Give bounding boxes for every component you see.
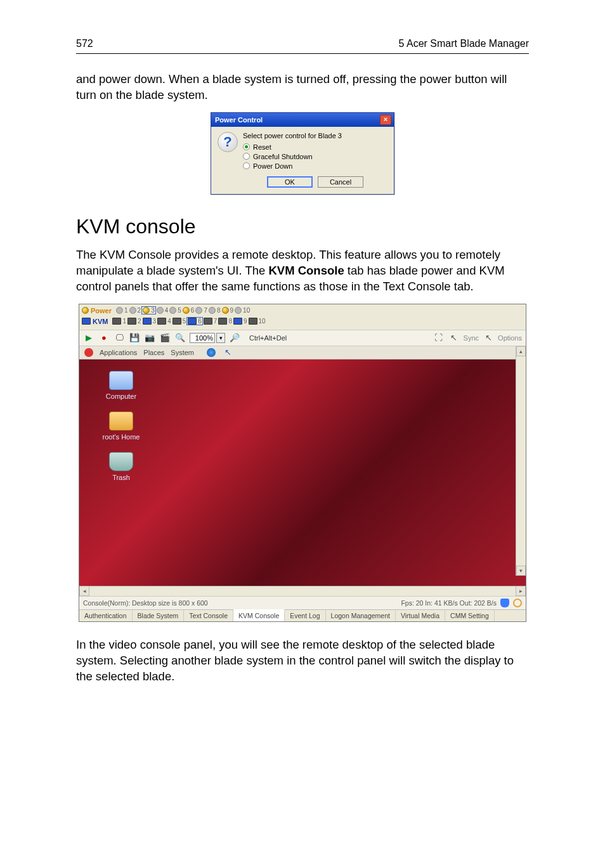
zoom-value[interactable]: 100% bbox=[190, 333, 215, 343]
cursor-icon[interactable]: ↖ bbox=[448, 333, 460, 343]
tab-virtual-media[interactable]: Virtual Media bbox=[396, 610, 445, 621]
monitor-slot-icon bbox=[172, 318, 181, 325]
power-slot-1[interactable]: 1 bbox=[115, 307, 129, 314]
power-slot-4[interactable]: 4 bbox=[156, 307, 169, 314]
power-label: Power bbox=[82, 307, 112, 314]
horizontal-scrollbar[interactable]: ◂ ▸ bbox=[79, 586, 526, 596]
radio-icon[interactable] bbox=[243, 153, 250, 160]
kvm-slot-2[interactable]: 2 bbox=[127, 318, 142, 325]
gnome-foot-icon[interactable] bbox=[84, 348, 93, 357]
desktop-icon-computer[interactable]: Computer bbox=[96, 371, 146, 400]
world-icon[interactable] bbox=[207, 348, 216, 357]
scroll-left-icon[interactable]: ◂ bbox=[79, 586, 89, 596]
desktop-icon-root-s-home[interactable]: root's Home bbox=[96, 411, 146, 441]
power-slot-8[interactable]: 8 bbox=[208, 307, 221, 314]
power-slot-9[interactable]: 9 bbox=[221, 307, 235, 314]
desktop-icon-trash[interactable]: Trash bbox=[96, 452, 146, 481]
user-icon bbox=[500, 599, 509, 607]
scroll-down-icon[interactable]: ▾ bbox=[516, 566, 526, 576]
ctrl-alt-del-button[interactable]: Ctrl+Alt+Del bbox=[244, 333, 292, 343]
kvm-slot-3[interactable]: 3 bbox=[142, 318, 157, 325]
monitor-slot-icon bbox=[157, 318, 166, 325]
radio-option-graceful-shutdown[interactable]: Graceful Shutdown bbox=[243, 153, 387, 160]
scroll-right-icon[interactable]: ▸ bbox=[516, 586, 526, 596]
slot-number: 6 bbox=[191, 307, 195, 314]
power-led-icon bbox=[143, 307, 150, 314]
radio-icon[interactable] bbox=[243, 162, 250, 169]
page-number: 572 bbox=[76, 38, 93, 49]
power-slot-5[interactable]: 5 bbox=[169, 307, 182, 314]
zoom-in-icon[interactable]: 🔍 bbox=[174, 333, 186, 343]
slot-number: 4 bbox=[167, 318, 171, 325]
monitor-icon[interactable]: 🖵 bbox=[114, 333, 125, 343]
ok-button[interactable]: OK bbox=[267, 176, 313, 188]
floppy-icon[interactable]: 💾 bbox=[129, 333, 140, 343]
play-icon[interactable]: ▶ bbox=[83, 333, 94, 343]
cancel-button[interactable]: Cancel bbox=[318, 176, 363, 188]
trash-icon bbox=[109, 452, 133, 471]
remote-desktop-view[interactable]: ApplicationsPlacesSystem ↖ Computerroot'… bbox=[79, 346, 526, 586]
kvm-slot-6[interactable]: 6 bbox=[186, 317, 203, 325]
gnome-menu-system[interactable]: System bbox=[171, 349, 194, 356]
close-icon[interactable]: × bbox=[380, 115, 391, 125]
desktop-icon-label: Trash bbox=[96, 474, 146, 481]
zoom-dropdown-icon[interactable]: ▾ bbox=[216, 333, 225, 343]
kvm-row: KVM 12345678910 bbox=[82, 317, 523, 326]
tab-bar: AuthenticationBlade SystemText ConsoleKV… bbox=[79, 609, 526, 621]
clock-icon bbox=[513, 599, 522, 607]
zoom-out-icon[interactable]: 🔎 bbox=[229, 333, 240, 343]
tab-cmm-setting[interactable]: CMM Setting bbox=[445, 610, 495, 621]
options-label[interactable]: Options bbox=[498, 334, 522, 342]
gnome-menu-places[interactable]: Places bbox=[143, 349, 164, 356]
power-slot-6[interactable]: 6 bbox=[182, 307, 195, 314]
kvm-slot-5[interactable]: 5 bbox=[172, 318, 187, 325]
radio-option-power-down[interactable]: Power Down bbox=[243, 162, 387, 170]
cursor2-icon[interactable]: ↖ bbox=[483, 333, 494, 343]
desktop-icon-label: Computer bbox=[96, 392, 146, 400]
kvm-monitor-icon bbox=[82, 318, 91, 325]
tab-kvm-console[interactable]: KVM Console bbox=[233, 609, 285, 621]
fullscreen-icon[interactable]: ⛶ bbox=[433, 333, 445, 343]
gnome-top-panel[interactable]: ApplicationsPlacesSystem ↖ bbox=[79, 346, 526, 360]
dialog-titlebar[interactable]: Power Control × bbox=[211, 113, 394, 127]
slot-number: 1 bbox=[124, 307, 128, 314]
gnome-menu-applications[interactable]: Applications bbox=[100, 349, 137, 356]
power-led-icon bbox=[129, 307, 136, 314]
tab-authentication[interactable]: Authentication bbox=[79, 610, 133, 621]
kvm-slot-1[interactable]: 1 bbox=[112, 318, 127, 325]
kvm-slot-7[interactable]: 7 bbox=[203, 318, 218, 325]
kvm-slot-8[interactable]: 8 bbox=[218, 318, 233, 325]
dialog-title: Power Control bbox=[215, 116, 263, 124]
section-title: KVM console bbox=[76, 215, 529, 238]
slot-number: 3 bbox=[153, 318, 157, 325]
kvm-slot-9[interactable]: 9 bbox=[233, 318, 248, 325]
slot-number: 4 bbox=[165, 307, 169, 314]
power-row: Power 12345678910 bbox=[82, 306, 523, 315]
kvm-slot-10[interactable]: 10 bbox=[248, 318, 266, 325]
power-slot-2[interactable]: 2 bbox=[129, 307, 142, 314]
power-led-icon bbox=[183, 307, 190, 314]
power-label-text: Power bbox=[91, 307, 112, 314]
power-slot-10[interactable]: 10 bbox=[234, 307, 250, 314]
comp-icon bbox=[109, 371, 133, 390]
tab-text-console[interactable]: Text Console bbox=[184, 610, 233, 621]
radio-option-reset[interactable]: Reset bbox=[243, 143, 387, 151]
scroll-up-icon[interactable]: ▴ bbox=[516, 346, 526, 356]
power-slot-3[interactable]: 3 bbox=[141, 306, 156, 314]
tab-logon-management[interactable]: Logon Management bbox=[326, 610, 396, 621]
radio-icon[interactable] bbox=[243, 143, 250, 150]
camera-icon[interactable]: 📷 bbox=[144, 333, 155, 343]
tab-event-log[interactable]: Event Log bbox=[285, 610, 325, 621]
vertical-scrollbar[interactable]: ▴ ▾ bbox=[516, 346, 526, 576]
slot-number: 7 bbox=[204, 307, 207, 314]
zoom-control[interactable]: 100% ▾ bbox=[190, 333, 225, 343]
slot-number: 9 bbox=[230, 307, 234, 314]
video-icon[interactable]: 🎬 bbox=[159, 333, 171, 343]
tab-blade-system[interactable]: Blade System bbox=[133, 610, 185, 621]
kvm-console-screenshot: Power 12345678910 KVM 12345678910 ▶ ● 🖵 … bbox=[79, 304, 526, 622]
power-slot-7[interactable]: 7 bbox=[195, 307, 208, 314]
record-icon[interactable]: ● bbox=[98, 333, 110, 343]
sync-label[interactable]: Sync bbox=[464, 334, 479, 342]
kvm-slot-4[interactable]: 4 bbox=[157, 318, 172, 325]
slot-number: 3 bbox=[151, 307, 155, 314]
